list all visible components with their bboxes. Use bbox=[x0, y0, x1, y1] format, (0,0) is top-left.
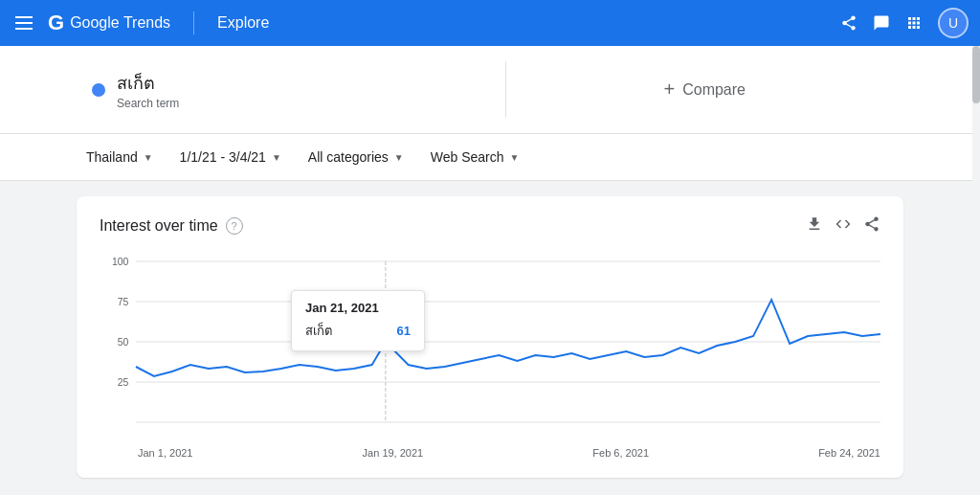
chart-actions bbox=[806, 215, 880, 236]
header-divider bbox=[193, 11, 194, 34]
notifications-icon[interactable] bbox=[873, 14, 890, 32]
google-trends-logo: G Google Trends bbox=[48, 11, 170, 35]
svg-text:100: 100 bbox=[112, 256, 128, 267]
share-icon[interactable] bbox=[840, 14, 858, 32]
embed-button[interactable] bbox=[835, 215, 852, 236]
chart-title-area: Interest over time ? bbox=[100, 217, 243, 235]
tooltip-value: 61 bbox=[397, 324, 411, 338]
region-filter[interactable]: Thailand ▼ bbox=[77, 144, 163, 170]
filter-bar: Thailand ▼ 1/1/21 - 3/4/21 ▼ All categor… bbox=[0, 134, 980, 181]
download-button[interactable] bbox=[806, 215, 823, 236]
header-left: G Google Trends Explore bbox=[11, 11, 269, 35]
share-chart-button[interactable] bbox=[863, 215, 880, 236]
chart-title: Interest over time bbox=[100, 217, 218, 235]
search-term-info: สเก็ต Search term bbox=[117, 69, 179, 110]
svg-text:75: 75 bbox=[118, 296, 129, 307]
app-header: G Google Trends Explore U bbox=[0, 0, 980, 46]
tooltip-date: Jan 21, 2021 bbox=[305, 301, 411, 315]
categories-label: All categories bbox=[308, 149, 389, 165]
search-term-label: Search term bbox=[117, 97, 179, 110]
chart-header: Interest over time ? bbox=[100, 215, 880, 236]
chart-tooltip: Jan 21, 2021 สเก็ต 61 bbox=[291, 290, 425, 351]
x-label-4: Feb 24, 2021 bbox=[818, 447, 880, 459]
compare-plus-icon: + bbox=[664, 79, 676, 101]
svg-text:25: 25 bbox=[118, 376, 129, 388]
trend-chart: 100 75 50 25 bbox=[100, 252, 880, 443]
region-dropdown-arrow: ▼ bbox=[144, 152, 153, 163]
date-filter[interactable]: 1/1/21 - 3/4/21 ▼ bbox=[170, 144, 291, 170]
header-right: U bbox=[840, 8, 969, 38]
svg-text:50: 50 bbox=[118, 336, 129, 348]
compare-box[interactable]: + Compare bbox=[506, 61, 904, 118]
avatar[interactable]: U bbox=[938, 8, 969, 38]
term-indicator-dot bbox=[92, 83, 105, 97]
date-dropdown-arrow: ▼ bbox=[272, 152, 281, 163]
compare-label: Compare bbox=[682, 81, 746, 99]
categories-filter[interactable]: All categories ▼ bbox=[299, 144, 413, 170]
search-term-box: สเก็ต Search term bbox=[77, 61, 506, 118]
tooltip-term: สเก็ต bbox=[305, 321, 332, 341]
explore-label: Explore bbox=[217, 14, 269, 32]
help-icon[interactable]: ? bbox=[226, 217, 243, 235]
search-term-text: สเก็ต bbox=[117, 69, 179, 97]
main-content: Interest over time ? bbox=[0, 181, 980, 493]
logo-g: G bbox=[48, 11, 64, 35]
tooltip-row: สเก็ต 61 bbox=[305, 321, 411, 341]
scrollbar-thumb[interactable] bbox=[972, 46, 980, 103]
search-type-dropdown-arrow: ▼ bbox=[510, 152, 520, 163]
categories-dropdown-arrow: ▼ bbox=[394, 152, 404, 163]
date-label: 1/1/21 - 3/4/21 bbox=[180, 149, 266, 165]
apps-icon[interactable] bbox=[905, 14, 923, 32]
x-axis-labels: Jan 1, 2021 Jan 19, 2021 Feb 6, 2021 Feb… bbox=[100, 443, 880, 459]
search-type-filter[interactable]: Web Search ▼ bbox=[421, 144, 529, 170]
search-type-label: Web Search bbox=[431, 149, 504, 165]
x-label-2: Jan 19, 2021 bbox=[363, 447, 424, 459]
x-label-1: Jan 1, 2021 bbox=[138, 447, 193, 459]
hamburger-menu-button[interactable] bbox=[11, 12, 36, 34]
logo-text: Google Trends bbox=[70, 14, 170, 32]
scrollbar[interactable] bbox=[972, 46, 980, 495]
chart-area: 100 75 50 25 Jan 21, 2021 สเก็ต 61 bbox=[100, 252, 880, 443]
x-label-3: Feb 6, 2021 bbox=[592, 447, 649, 459]
interest-over-time-card: Interest over time ? bbox=[77, 196, 903, 478]
region-label: Thailand bbox=[86, 149, 138, 165]
search-area: สเก็ต Search term + Compare bbox=[0, 46, 980, 134]
